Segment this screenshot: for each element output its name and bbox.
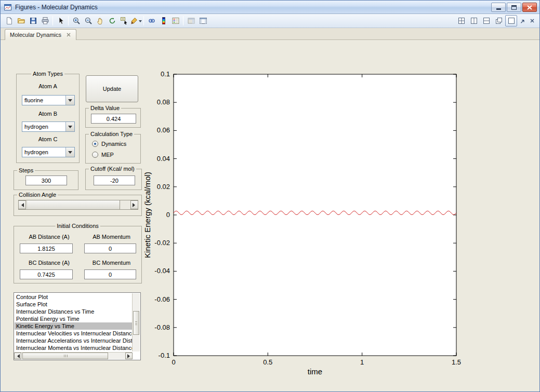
listbox-items: Contour PlotSurface PlotInternuclear Dis…	[15, 293, 132, 352]
title-bar: Figures - Molecular Dynamics	[1, 1, 539, 14]
list-item[interactable]: Internuclear Distances vs Time	[15, 308, 132, 315]
svg-text:0: 0	[166, 211, 170, 219]
maximize-button[interactable]	[507, 3, 521, 12]
calculation-type-group: Calculation Type Dynamics MEP	[85, 134, 141, 164]
pan-button[interactable]	[94, 15, 106, 26]
radio-mep-label: MEP	[101, 152, 114, 158]
split-left-right-icon	[470, 17, 478, 24]
collision-angle-slider[interactable]	[18, 200, 138, 210]
chevron-down-icon[interactable]	[65, 122, 74, 131]
hide-plot-tools-icon	[187, 17, 195, 25]
chevron-down-icon[interactable]	[65, 96, 74, 105]
bc-momentum-field[interactable]	[84, 269, 136, 279]
figure-toolbar	[1, 14, 539, 28]
open-file-button[interactable]	[15, 15, 27, 26]
atom-c-combo[interactable]: hydrogen	[22, 147, 75, 157]
ab-momentum-field[interactable]	[84, 244, 136, 253]
horizontal-scroll-thumb[interactable]	[22, 353, 108, 359]
bc-distance-field[interactable]	[20, 269, 73, 279]
split-left-right-button[interactable]	[468, 15, 480, 26]
delta-value-field[interactable]	[91, 114, 136, 124]
list-item[interactable]: Surface Plot	[15, 301, 132, 308]
tab-molecular-dynamics[interactable]: Molecular Dynamics	[5, 29, 76, 40]
svg-text:0.06: 0.06	[157, 126, 170, 134]
brush-button[interactable]	[130, 15, 142, 26]
vertical-scroll-thumb[interactable]	[133, 311, 139, 335]
close-button[interactable]	[522, 3, 537, 12]
split-top-bottom-button[interactable]	[480, 15, 492, 26]
tab-close-icon[interactable]	[66, 32, 71, 37]
atom-c-value: hydrogen	[24, 149, 48, 155]
save-figure-button[interactable]	[27, 15, 39, 26]
atom-a-combo[interactable]: fluorine	[22, 95, 75, 105]
window-title: Figures - Molecular Dynamics	[15, 4, 98, 11]
hscroll-right-arrow[interactable]	[125, 353, 133, 359]
cutoff-field[interactable]	[94, 175, 135, 185]
radio-dynamics-icon[interactable]	[92, 141, 98, 147]
list-item[interactable]: Internuclear Velocities vs Internuclear …	[15, 330, 132, 337]
atom-a-value: fluorine	[24, 97, 43, 103]
insert-colorbar-icon	[160, 17, 168, 25]
ab-distance-field[interactable]	[20, 244, 73, 253]
new-figure-button[interactable]	[3, 15, 15, 26]
svg-text:0.02: 0.02	[157, 183, 170, 191]
collision-angle-legend: Collision Angle	[17, 192, 58, 198]
data-cursor-icon	[120, 17, 128, 25]
edit-plot-icon	[57, 17, 65, 25]
hide-plot-tools-button[interactable]	[185, 15, 197, 26]
steps-field[interactable]	[25, 175, 67, 185]
left-arrow-icon	[15, 354, 20, 358]
list-item[interactable]: Potential Energy vs Time	[15, 315, 132, 322]
update-button[interactable]: Update	[86, 75, 138, 102]
hscroll-left-arrow[interactable]	[14, 353, 21, 359]
list-item[interactable]: Internuclear Accelerations vs Internucle…	[15, 337, 132, 344]
svg-text:time: time	[308, 367, 322, 376]
atom-b-combo[interactable]: hydrogen	[22, 121, 75, 132]
zoom-in-button[interactable]	[70, 15, 82, 26]
zoom-out-icon	[84, 17, 93, 25]
svg-text:-0.04: -0.04	[154, 267, 170, 275]
print-figure-button[interactable]	[39, 15, 51, 26]
plot-type-listbox[interactable]: Contour PlotSurface PlotInternuclear Dis…	[14, 292, 141, 360]
initial-conditions-legend: Initial Conditions	[55, 223, 100, 229]
radio-mep[interactable]: MEP	[92, 152, 114, 158]
kinetic-energy-chart: 0.10.080.060.040.020-0.02-0.04-0.06-0.08…	[141, 65, 476, 386]
insert-colorbar-button[interactable]	[157, 15, 169, 26]
slider-right-arrow[interactable]	[130, 200, 138, 209]
window-controls	[491, 3, 537, 12]
radio-dynamics[interactable]: Dynamics	[92, 141, 126, 147]
insert-legend-button[interactable]	[169, 15, 181, 26]
zoom-out-button[interactable]	[82, 15, 94, 26]
link-plot-button[interactable]	[146, 15, 157, 26]
slider-thumb[interactable]	[27, 200, 120, 209]
print-figure-icon	[41, 17, 49, 25]
atom-b-value: hydrogen	[24, 124, 48, 130]
close-tool-button[interactable]	[528, 15, 537, 26]
svg-text:-0.02: -0.02	[154, 239, 170, 247]
rotate-3d-button[interactable]	[106, 15, 118, 26]
toolbar-separator	[68, 16, 69, 25]
chevron-down-icon[interactable]	[65, 147, 74, 157]
svg-text:0: 0	[172, 358, 175, 366]
tile-windows-button[interactable]	[455, 15, 467, 26]
bc-momentum-label: BC Momentum	[84, 260, 139, 266]
zoom-in-icon	[72, 17, 81, 25]
single-window-button[interactable]	[505, 15, 517, 26]
edit-plot-button[interactable]	[55, 15, 67, 26]
svg-text:Kinetic Energy (kcal/mol): Kinetic Energy (kcal/mol)	[143, 172, 152, 258]
list-item[interactable]: Contour Plot	[15, 293, 132, 301]
minimize-button[interactable]	[491, 3, 506, 12]
listbox-horizontal-scrollbar[interactable]	[15, 352, 132, 359]
toolbar-separator	[52, 16, 53, 25]
slider-left-arrow[interactable]	[18, 200, 26, 209]
listbox-vertical-scrollbar[interactable]	[132, 293, 140, 352]
list-item[interactable]: Kinetic Energy vs Time	[15, 322, 132, 330]
show-plot-tools-dock-button[interactable]	[197, 15, 209, 26]
brush-dropdown-icon	[139, 20, 142, 24]
data-cursor-button[interactable]	[118, 15, 130, 26]
cutoff-group: Cutoff (Kcal/ mol)	[85, 169, 142, 190]
radio-mep-icon[interactable]	[92, 152, 98, 158]
list-item[interactable]: Internuclear Momenta vs Internuclear Dis…	[15, 344, 132, 352]
undock-button[interactable]	[518, 15, 527, 26]
float-windows-button[interactable]	[493, 15, 505, 26]
